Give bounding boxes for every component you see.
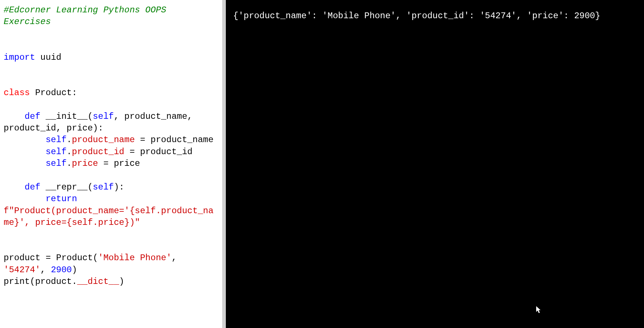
code-line-init: def __init__(self, product_name, product…: [4, 111, 219, 134]
code-line-repr: def __repr__(self):: [4, 181, 219, 193]
code-line-assign: self.product_id = product_id: [4, 146, 219, 158]
code-line-blank: [4, 241, 219, 252]
code-line-blank: [4, 28, 219, 40]
code-line-blank: [4, 99, 219, 110]
code-line-return: return f"Product(product_name='{self.pro…: [4, 193, 219, 229]
code-line-instantiate: product = Product('Mobile Phone', '54274…: [4, 252, 219, 276]
code-line-comment: #Edcorner Learning Pythons OOPS Exercise…: [4, 4, 219, 28]
code-line-blank: [4, 75, 219, 87]
code-line-blank: [4, 63, 219, 75]
mouse-cursor-icon: [536, 306, 542, 313]
code-line-assign: self.price = price: [4, 158, 219, 169]
code-line-blank: [4, 40, 219, 51]
code-editor-pane[interactable]: #Edcorner Learning Pythons OOPS Exercise…: [0, 0, 226, 328]
code-line-blank: [4, 229, 219, 240]
output-pane: {'product_name': 'Mobile Phone', 'produc…: [226, 0, 644, 328]
output-line: {'product_name': 'Mobile Phone', 'produc…: [233, 11, 637, 21]
code-line-import: import uuid: [4, 52, 219, 63]
code-line-class: class Product:: [4, 87, 219, 99]
code-line-blank: [4, 169, 219, 181]
comment-text: #Edcorner Learning Pythons OOPS Exercise…: [4, 5, 172, 27]
code-line-print: print(product.__dict__): [4, 276, 219, 288]
code-line-assign: self.product_name = product_name: [4, 134, 219, 146]
fstring: f"Product(product_name='{self.product_na…: [4, 206, 213, 227]
